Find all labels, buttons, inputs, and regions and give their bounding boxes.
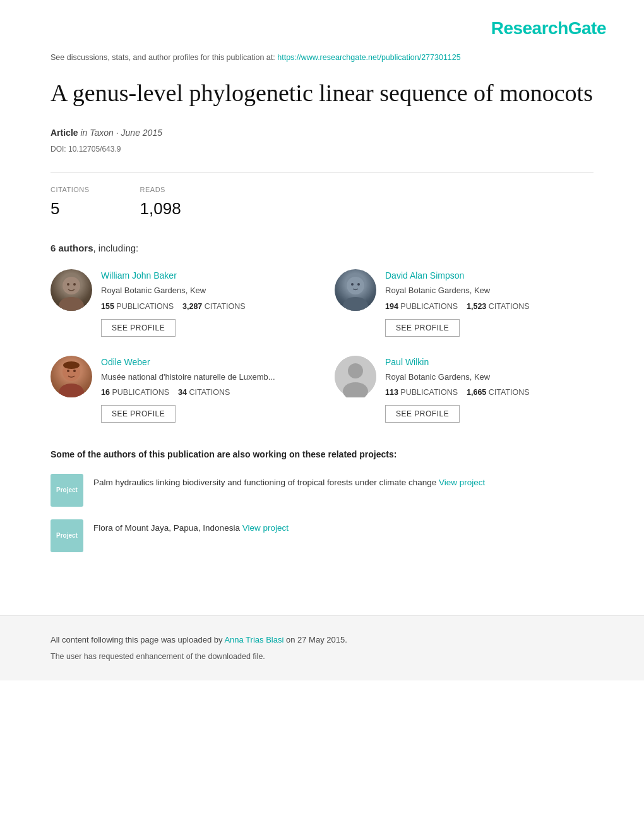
author-cites-0: 3,287 [182,302,202,311]
footer: All content following this page was uplo… [0,615,644,680]
author-affiliation-0: Royal Botanic Gardens, Kew [101,284,309,297]
project-description-1: Flora of Mount Jaya, Papua, Indonesia [93,523,240,533]
footer-uploaded-text: All content following this page was uplo… [51,635,222,644]
author-stats-3: 113 PUBLICATIONS 1,665 CITATIONS [385,387,593,399]
author-card-1: David Alan Simpson Royal Botanic Gardens… [335,269,593,336]
author-info-0: William John Baker Royal Botanic Gardens… [101,269,309,336]
article-in-label: in [80,128,90,138]
divider-1 [51,172,593,173]
project-link-1[interactable]: View project [242,523,289,533]
svg-point-1 [59,297,84,311]
doi-value: 10.12705/643.9 [68,145,121,154]
author-info-2: Odile Weber Musée national d'histoire na… [101,356,309,423]
project-item-1: Project Flora of Mount Jaya, Papua, Indo… [51,519,593,552]
reads-stat: READS 1,098 [140,184,181,221]
see-profile-button-2[interactable]: SEE PROFILE [101,405,176,423]
citations-label: CITATIONS [51,184,90,195]
project-badge-1: Project [51,519,83,552]
reads-label: READS [140,184,181,195]
svg-point-3 [73,283,76,286]
svg-point-14 [348,363,363,378]
footer-upload-line: All content following this page was uplo… [51,634,593,646]
author-name-3[interactable]: Paul Wilkin [385,356,593,369]
footer-uploader-link[interactable]: Anna Trias Blasi [224,635,283,644]
author-stats-0: 155 PUBLICATIONS 3,287 CITATIONS [101,301,309,313]
svg-point-7 [357,283,360,286]
related-projects-section: Some of the authors of this publication … [51,448,593,552]
svg-point-6 [351,283,354,286]
author-stats-1: 194 PUBLICATIONS 1,523 CITATIONS [385,301,593,313]
svg-point-10 [67,370,69,372]
author-pubs-2: 16 [101,388,110,397]
project-description-0: Palm hydraulics linking biodiversity and… [93,478,436,487]
main-content: See discussions, stats, and author profi… [0,52,644,590]
svg-point-5 [343,297,368,311]
project-badge-0: Project [51,474,83,507]
author-name-1[interactable]: David Alan Simpson [385,269,593,282]
author-affiliation-3: Royal Botanic Gardens, Kew [385,371,593,384]
project-text-0: Palm hydraulics linking biodiversity and… [93,474,485,489]
article-journal: Taxon · June 2015 [90,128,162,138]
svg-point-2 [67,283,69,286]
svg-point-0 [63,277,80,294]
doi-line: DOI: 10.12705/643.9 [51,143,593,155]
header: ResearchGate [0,0,644,52]
author-pubs-0: 155 [101,302,114,311]
related-projects-heading: Some of the authors of this publication … [51,448,593,461]
author-card-3: Paul Wilkin Royal Botanic Gardens, Kew 1… [335,356,593,423]
author-affiliation-1: Royal Botanic Gardens, Kew [385,284,593,297]
project-link-0[interactable]: View project [439,478,485,487]
authors-heading: 6 authors, including: [51,241,593,256]
page: ResearchGate See discussions, stats, and… [0,0,644,834]
citations-stat: CITATIONS 5 [51,184,90,221]
see-discussions-bar: See discussions, stats, and author profi… [51,52,593,64]
researchgate-logo: ResearchGate [491,15,606,42]
authors-grid: William John Baker Royal Botanic Gardens… [51,269,593,423]
footer-sub: The user has requested enhancement of th… [51,651,593,663]
author-card-2: Odile Weber Musée national d'histoire na… [51,356,309,423]
avatar-david [335,269,376,311]
author-name-2[interactable]: Odile Weber [101,356,309,369]
author-info-3: Paul Wilkin Royal Botanic Gardens, Kew 1… [385,356,593,423]
author-cites-1: 1,523 [467,302,486,311]
author-affiliation-2: Musée national d'histoire naturelle de L… [101,371,309,384]
citations-value: 5 [51,196,90,221]
reads-value: 1,098 [140,196,181,221]
author-cites-3: 1,665 [467,388,486,397]
svg-point-12 [63,361,80,369]
author-name-0[interactable]: William John Baker [101,269,309,282]
author-pubs-1: 194 [385,302,398,311]
svg-point-11 [73,370,76,372]
author-stats-2: 16 PUBLICATIONS 34 CITATIONS [101,387,309,399]
author-card-0: William John Baker Royal Botanic Gardens… [51,269,309,336]
doi-label: DOI: [51,145,66,154]
see-profile-button-3[interactable]: SEE PROFILE [385,405,460,423]
avatar-paul [335,356,376,397]
see-profile-button-0[interactable]: SEE PROFILE [101,319,176,337]
see-discussions-text: See discussions, stats, and author profi… [51,53,275,62]
authors-count: 6 authors [51,243,93,253]
project-text-1: Flora of Mount Jaya, Papua, Indonesia Vi… [93,519,289,535]
stats-row: CITATIONS 5 READS 1,098 [51,184,593,221]
footer-date: on 27 May 2015. [286,635,347,644]
article-meta: Article in Taxon · June 2015 [51,126,593,140]
publication-link[interactable]: https://www.researchgate.net/publication… [277,53,460,62]
see-profile-button-1[interactable]: SEE PROFILE [385,319,460,337]
author-cites-2: 34 [178,388,187,397]
author-pubs-3: 113 [385,388,398,397]
project-item-0: Project Palm hydraulics linking biodiver… [51,474,593,507]
avatar-odile [51,356,92,397]
avatar-william [51,269,92,311]
article-title: A genus-level phylogenetic linear sequen… [51,79,593,108]
svg-point-4 [347,277,364,294]
article-type: Article [51,128,78,138]
authors-including: , including: [93,243,139,253]
svg-point-9 [59,384,84,397]
author-info-1: David Alan Simpson Royal Botanic Gardens… [385,269,593,336]
